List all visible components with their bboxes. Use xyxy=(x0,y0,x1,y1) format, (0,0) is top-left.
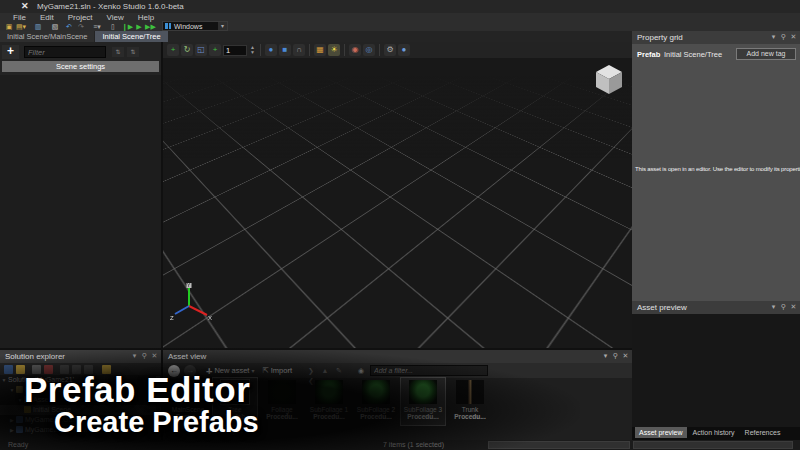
play-icon[interactable]: ▶ xyxy=(134,22,144,31)
scrollbar[interactable] xyxy=(156,376,160,436)
add-entity-button[interactable]: + xyxy=(2,45,19,59)
asset-thumbnail xyxy=(409,380,437,404)
chevron-down-icon[interactable]: ▾ xyxy=(218,22,227,30)
translate-gizmo-icon[interactable]: + xyxy=(167,44,179,56)
close-icon[interactable]: ✕ xyxy=(621,352,630,360)
world-space-icon[interactable]: ● xyxy=(265,44,277,56)
import-button[interactable]: ⇱ Import xyxy=(262,366,292,375)
collapse-all-icon[interactable] xyxy=(60,365,69,374)
properties-icon[interactable] xyxy=(102,365,111,374)
dock-menu-icon[interactable]: ▾ xyxy=(769,303,778,311)
tree-item-solution[interactable]: ▼Solution 'MyGame21' xyxy=(0,375,161,385)
start-debug-icon[interactable]: ❙▶ xyxy=(122,22,132,31)
delete-icon[interactable] xyxy=(44,365,53,374)
redo-icon[interactable]: ↷ xyxy=(76,22,86,31)
tree-item-selected[interactable]: Initial Scene xyxy=(0,405,161,415)
asset-tile-subfoliage-3[interactable]: SubFoliage 3 Procedu... xyxy=(401,378,445,425)
document-icon[interactable]: ▯ xyxy=(108,22,118,31)
local-space-icon[interactable]: ■ xyxy=(279,44,291,56)
camera-settings-icon[interactable]: ⚙ xyxy=(384,44,396,56)
tab-initial-scene-mainscene[interactable]: Initial Scene/MainScene xyxy=(0,31,94,42)
close-icon[interactable]: ✕ xyxy=(789,303,798,311)
rotate-gizmo-icon[interactable]: ↻ xyxy=(181,44,193,56)
dock-menu-icon[interactable]: ▾ xyxy=(601,352,610,360)
tree-item-assets[interactable]: ▼Assets xyxy=(0,395,161,405)
open-package-icon[interactable] xyxy=(16,365,25,374)
close-icon[interactable]: ✕ xyxy=(150,352,159,360)
scene-viewport[interactable]: + ↻ ◱ + ▲▼ ● ■ ∩ ▦ ☀ ◉ ◎ ⚙ ● Y xyxy=(163,42,632,348)
lighting-icon[interactable]: ☀ xyxy=(328,44,340,56)
asset-tile-subfoliage-1[interactable]: SubFoliage 1 Procedu... xyxy=(307,378,351,425)
asset-tile-mainscene[interactable]: MainScene Scene... xyxy=(166,378,210,425)
snap-toggle-icon[interactable]: + xyxy=(209,44,221,56)
tab-asset-preview[interactable]: Asset preview xyxy=(635,427,687,438)
editor-tab-bar: Initial Scene/MainScene Initial Scene/Tr… xyxy=(0,31,632,42)
new-asset-button[interactable]: + New asset ▾ xyxy=(206,365,254,377)
scene-settings-button[interactable]: Scene settings xyxy=(2,61,159,72)
menu-edit[interactable]: Edit xyxy=(40,13,54,22)
asset-preview-header: Asset preview ▾ ⚲ ✕ xyxy=(632,301,800,314)
status-selection: 7 items (1 selected) xyxy=(383,441,444,448)
menu-view[interactable]: View xyxy=(107,13,124,22)
asset-filter-input[interactable] xyxy=(370,365,488,376)
camera-orbit-icon[interactable]: ◎ xyxy=(363,44,375,56)
pin-icon[interactable]: ⚲ xyxy=(779,33,788,41)
snap-value-input[interactable] xyxy=(223,45,247,56)
sort-asc-icon[interactable]: ⇅ xyxy=(112,47,124,57)
sort-desc-icon[interactable]: ⇅ xyxy=(127,47,139,57)
solution-explorer-header: Solution explorer ▾ ⚲ ✕ xyxy=(0,350,161,363)
dock-menu-icon[interactable]: ▾ xyxy=(769,33,778,41)
tree-item-package[interactable]: ▼MyGame21 xyxy=(0,385,161,395)
tab-references[interactable]: References xyxy=(741,427,785,438)
camera-view-icon[interactable]: ◉ xyxy=(349,44,361,56)
editor-camera-icon[interactable]: ● xyxy=(398,44,410,56)
open-icon[interactable]: ▤▾ xyxy=(16,22,26,31)
pin-icon[interactable]: ⚲ xyxy=(779,303,788,311)
navigation-cube[interactable] xyxy=(594,64,624,100)
render-mode-icon[interactable]: ▦ xyxy=(314,44,326,56)
menu-help[interactable]: Help xyxy=(138,13,154,22)
asset-tile-subfoliage-2[interactable]: SubFoliage 2 Procedu... xyxy=(354,378,398,425)
snap-stepper[interactable]: ▲▼ xyxy=(249,45,256,56)
view-options-icon[interactable]: ◉ xyxy=(356,366,366,376)
tab-output[interactable]: Output xyxy=(222,427,243,434)
save-all-icon[interactable]: ▥ xyxy=(33,22,43,31)
options-icon[interactable]: ≡▾ xyxy=(92,22,102,31)
expand-all-icon[interactable] xyxy=(72,365,81,374)
add-package-icon[interactable] xyxy=(4,365,13,374)
copy-icon[interactable]: ▧ xyxy=(50,22,60,31)
tree-item-windows-project[interactable]: ▶MyGame21.Windows xyxy=(0,425,161,435)
tree-item-game-project[interactable]: ▶MyGame21.Game xyxy=(0,415,161,425)
tab-initial-scene-tree[interactable]: Initial Scene/Tree xyxy=(95,31,167,42)
menu-file[interactable]: File xyxy=(13,13,26,22)
thumbnail-icon[interactable]: ▲ xyxy=(320,366,330,376)
horizontal-splitter[interactable] xyxy=(0,348,632,350)
edit-icon[interactable]: ✎ xyxy=(334,366,344,376)
add-new-tag-button[interactable]: Add new tag xyxy=(736,48,796,60)
forward-icon[interactable]: → xyxy=(184,365,196,377)
right-panel: Property grid ▾ ⚲ ✕ Prefab Initial Scene… xyxy=(632,31,800,440)
menu-project[interactable]: Project xyxy=(68,13,93,22)
undo-icon[interactable]: ↶ xyxy=(64,22,74,31)
asset-tile-foliage[interactable]: Foliage Procedu... xyxy=(260,378,304,425)
tag-icon[interactable]: ❯❮ xyxy=(306,366,316,376)
asset-tile-tree[interactable]: Tree Prefab xyxy=(213,378,257,425)
magnet-snap-icon[interactable]: ∩ xyxy=(293,44,305,56)
tab-action-history[interactable]: Action history xyxy=(689,427,739,438)
asset-view-bottom-tabs: (0) Output xyxy=(203,427,243,434)
asset-tile-trunk[interactable]: Trunk Procedu... xyxy=(448,378,492,425)
dock-menu-icon[interactable]: ▾ xyxy=(130,352,139,360)
close-icon[interactable]: ✕ xyxy=(789,33,798,41)
scale-gizmo-icon[interactable]: ◱ xyxy=(195,44,207,56)
step-icon[interactable]: ▶▶ xyxy=(144,22,157,31)
sync-selection-icon[interactable] xyxy=(84,365,93,374)
pin-icon[interactable]: ⚲ xyxy=(140,352,149,360)
new-project-icon[interactable]: ▣ xyxy=(4,22,14,31)
back-icon[interactable]: ← xyxy=(168,365,180,377)
pin-icon[interactable]: ⚲ xyxy=(611,352,620,360)
new-folder-icon[interactable] xyxy=(32,365,41,374)
platform-select[interactable]: Windows ▾ xyxy=(162,21,228,31)
tab-asset-errors[interactable]: (0) xyxy=(203,427,212,434)
hierarchy-filter-input[interactable] xyxy=(24,46,106,58)
hierarchy-tree[interactable] xyxy=(0,75,161,348)
